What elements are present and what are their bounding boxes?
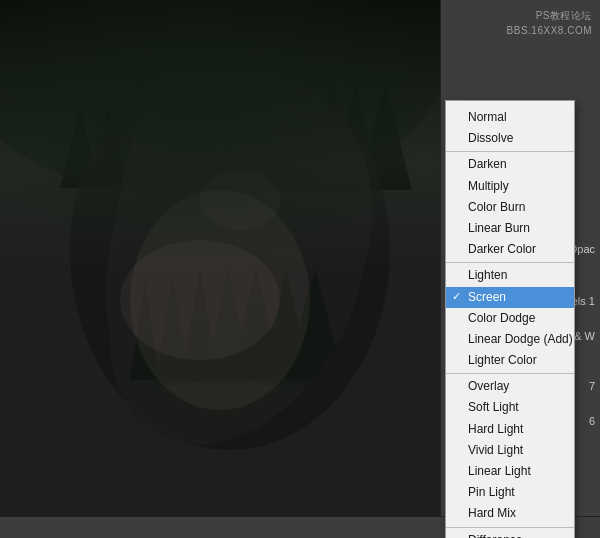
blend-difference[interactable]: Difference: [446, 530, 574, 538]
layers-label: els 1: [572, 295, 595, 307]
blend-overlay[interactable]: Overlay: [446, 376, 574, 397]
number-7-label: 7: [589, 380, 595, 392]
blend-pin-light[interactable]: Pin Light: [446, 482, 574, 503]
watermark-line1: PS教程论坛: [507, 8, 592, 23]
blend-normal[interactable]: Normal: [446, 107, 574, 128]
blend-screen[interactable]: Screen: [446, 287, 574, 308]
blend-color-dodge[interactable]: Color Dodge: [446, 308, 574, 329]
blend-group-difference: Difference Exclusion Subtract Divide: [446, 528, 574, 538]
blend-vivid-light[interactable]: Vivid Light: [446, 440, 574, 461]
blend-lighter-color[interactable]: Lighter Color: [446, 350, 574, 371]
blend-hard-light[interactable]: Hard Light: [446, 419, 574, 440]
blend-group-lighten: Lighten Screen Color Dodge Linear Dodge …: [446, 263, 574, 374]
blend-mode-dropdown[interactable]: Normal Dissolve Darken Multiply Color Bu…: [445, 100, 575, 538]
blend-soft-light[interactable]: Soft Light: [446, 397, 574, 418]
blend-color-burn[interactable]: Color Burn: [446, 197, 574, 218]
watermark: PS教程论坛 BBS.16XX8.COM: [507, 8, 592, 38]
blend-dissolve[interactable]: Dissolve: [446, 128, 574, 149]
blend-darken[interactable]: Darken: [446, 154, 574, 175]
blend-darker-color[interactable]: Darker Color: [446, 239, 574, 260]
blend-group-normal: Normal Dissolve: [446, 105, 574, 152]
blend-hard-mix[interactable]: Hard Mix: [446, 503, 574, 524]
blend-group-darken: Darken Multiply Color Burn Linear Burn D…: [446, 152, 574, 263]
number-6-label: 6: [589, 415, 595, 427]
blend-group-overlay: Overlay Soft Light Hard Light Vivid Ligh…: [446, 374, 574, 527]
blend-linear-light[interactable]: Linear Light: [446, 461, 574, 482]
watermark-line2: BBS.16XX8.COM: [507, 23, 592, 38]
blend-linear-burn[interactable]: Linear Burn: [446, 218, 574, 239]
blend-lighten[interactable]: Lighten: [446, 265, 574, 286]
blend-multiply[interactable]: Multiply: [446, 176, 574, 197]
blend-linear-dodge[interactable]: Linear Dodge (Add): [446, 329, 574, 350]
